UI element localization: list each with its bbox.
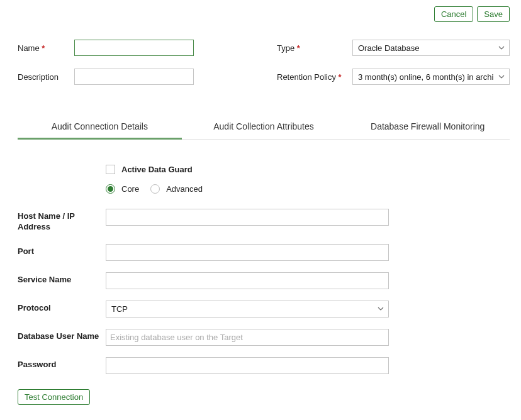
advanced-radio[interactable] [150, 184, 160, 194]
active-data-guard-checkbox[interactable] [106, 165, 115, 174]
port-input[interactable] [106, 244, 389, 261]
tab-audit-connection-details[interactable]: Audit Connection Details [18, 115, 182, 139]
name-input[interactable] [74, 40, 194, 56]
core-radio[interactable] [106, 184, 115, 194]
description-input[interactable] [74, 69, 194, 85]
description-label: Description [18, 72, 74, 82]
retention-select-value: 3 month(s) online, 6 month(s) in archi [358, 72, 493, 82]
type-label: Type [277, 43, 352, 53]
test-connection-button[interactable]: Test Connection [18, 389, 90, 405]
service-name-input[interactable] [106, 272, 389, 289]
db-user-input[interactable] [106, 329, 389, 346]
type-select-value: Oracle Database [358, 43, 420, 53]
host-label: Host Name / IP Address [18, 209, 99, 233]
retention-label: Retention Policy [277, 72, 352, 82]
service-name-label: Service Name [18, 272, 99, 285]
port-label: Port [18, 244, 99, 257]
type-select[interactable]: Oracle Database [352, 40, 510, 56]
advanced-label: Advanced [166, 184, 203, 194]
core-label: Core [121, 184, 139, 194]
password-label: Password [18, 357, 99, 370]
protocol-select-value: TCP [111, 304, 128, 314]
tab-audit-collection-attributes[interactable]: Audit Collection Attributes [182, 115, 346, 139]
db-user-label: Database User Name [18, 329, 99, 342]
host-input[interactable] [106, 209, 389, 226]
retention-select[interactable]: 3 month(s) online, 6 month(s) in archi [352, 69, 510, 85]
save-button[interactable]: Save [477, 6, 510, 22]
password-input[interactable] [106, 357, 389, 374]
protocol-select[interactable]: TCP [106, 301, 389, 318]
tab-database-firewall-monitoring[interactable]: Database Firewall Monitoring [345, 115, 510, 139]
protocol-label: Protocol [18, 301, 99, 314]
cancel-button[interactable]: Cancel [434, 6, 473, 22]
name-label: Name [18, 43, 74, 53]
active-data-guard-label: Active Data Guard [121, 165, 193, 174]
